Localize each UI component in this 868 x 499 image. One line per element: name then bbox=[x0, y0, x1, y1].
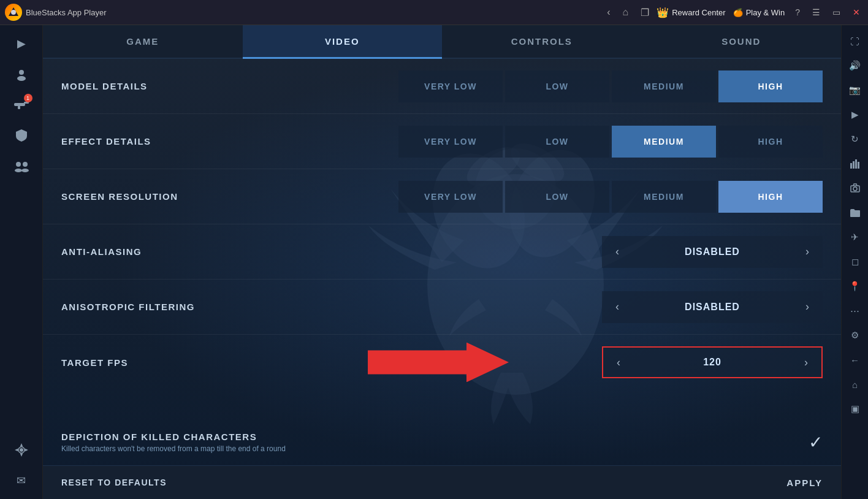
right-camera-btn[interactable]: 📷 bbox=[844, 79, 866, 101]
sidebar-team-btn[interactable] bbox=[8, 153, 35, 180]
checkmark-icon[interactable]: ✓ bbox=[809, 432, 823, 452]
tab-game[interactable]: GAME bbox=[43, 25, 243, 59]
app-logo bbox=[5, 4, 22, 21]
res-very-low-btn[interactable]: VERY LOW bbox=[398, 181, 503, 213]
svg-rect-22 bbox=[858, 162, 859, 169]
screen-resolution-controls: VERY LOW LOW MEDIUM HIGH bbox=[398, 181, 823, 213]
right-back-btn[interactable]: ← bbox=[844, 349, 866, 371]
sidebar-gun-btn[interactable] bbox=[8, 91, 35, 118]
svg-point-7 bbox=[16, 162, 21, 167]
model-low-btn[interactable]: LOW bbox=[505, 70, 609, 102]
nav-back-btn[interactable]: ‹ bbox=[603, 6, 614, 19]
content-area: GAME VIDEO CONTROLS SOUND MODEL DETAILS … bbox=[43, 25, 841, 499]
effect-low-btn[interactable]: LOW bbox=[505, 126, 609, 158]
effect-very-low-btn[interactable]: VERY LOW bbox=[398, 126, 503, 158]
tab-controls[interactable]: CONTROLS bbox=[442, 25, 642, 59]
effect-high-btn[interactable]: HIGH bbox=[718, 126, 823, 158]
effect-details-controls: VERY LOW LOW MEDIUM HIGH bbox=[398, 126, 823, 158]
tab-video[interactable]: VIDEO bbox=[243, 25, 443, 59]
right-rotate-btn[interactable]: ↻ bbox=[844, 128, 866, 150]
anisotropic-filtering-label: ANISOTROPIC FILTERING bbox=[61, 302, 294, 312]
play-win-label: Play & Win bbox=[746, 8, 785, 17]
right-folder-btn[interactable] bbox=[844, 202, 866, 224]
svg-point-3 bbox=[17, 76, 26, 81]
right-fps-btn[interactable] bbox=[844, 153, 866, 175]
res-high-btn[interactable]: HIGH bbox=[718, 181, 823, 213]
right-play-btn[interactable]: ▶ bbox=[844, 104, 866, 126]
svg-rect-4 bbox=[14, 103, 25, 106]
depiction-label: DEPICTION OF KILLED CHARACTERS Killed ch… bbox=[61, 432, 286, 453]
model-very-low-btn[interactable]: VERY LOW bbox=[398, 70, 503, 102]
reward-center-btn[interactable]: 👑 Reward Center bbox=[657, 7, 725, 18]
right-location-btn[interactable]: 📍 bbox=[844, 275, 866, 297]
app-title: BlueStacks App Player bbox=[26, 8, 600, 17]
right-home-btn[interactable]: ⌂ bbox=[844, 373, 866, 395]
anti-aliasing-prev-btn[interactable]: ‹ bbox=[602, 236, 633, 268]
depiction-row: DEPICTION OF KILLED CHARACTERS Killed ch… bbox=[43, 419, 841, 465]
nav-home-btn[interactable]: ⌂ bbox=[619, 6, 633, 19]
restore-btn[interactable]: ▭ bbox=[829, 6, 843, 18]
effect-medium-btn[interactable]: MEDIUM bbox=[612, 126, 716, 158]
svg-point-2 bbox=[19, 70, 24, 75]
reward-center-label: Reward Center bbox=[672, 8, 725, 17]
right-volume-btn[interactable]: 🔊 bbox=[844, 55, 866, 77]
anisotropic-next-btn[interactable]: › bbox=[792, 291, 823, 323]
svg-point-24 bbox=[853, 187, 857, 191]
title-bar: BlueStacks App Player ‹ ⌂ ❐ 👑 Reward Cen… bbox=[0, 0, 868, 25]
fire-icon: 🍊 bbox=[733, 8, 743, 17]
model-details-row: MODEL DETAILS VERY LOW LOW MEDIUM HIGH bbox=[43, 59, 841, 114]
titlebar-right: 👑 Reward Center 🍊 Play & Win ? ☰ ▭ ✕ bbox=[657, 6, 863, 18]
apply-btn[interactable]: APPLY bbox=[786, 478, 823, 488]
right-erase-btn[interactable]: ◻ bbox=[844, 251, 866, 273]
sidebar-shield-btn[interactable] bbox=[8, 122, 35, 149]
target-fps-row: TARGET FPS ‹ 120 › bbox=[43, 335, 841, 390]
nav-multi-btn[interactable]: ❐ bbox=[637, 6, 653, 20]
footer-bar: RESET TO DEFAULTS APPLY bbox=[43, 465, 841, 499]
right-airplane-btn[interactable]: ✈ bbox=[844, 226, 866, 248]
right-more-btn[interactable]: ⋯ bbox=[844, 300, 866, 322]
res-low-btn[interactable]: LOW bbox=[505, 181, 609, 213]
right-settings-btn[interactable]: ⚙ bbox=[844, 324, 866, 346]
target-fps-value: 120 bbox=[634, 357, 791, 368]
svg-point-10 bbox=[21, 169, 29, 172]
depiction-description: Killed characters won't be removed from … bbox=[61, 444, 286, 453]
sidebar-play-btn[interactable]: ▶ bbox=[8, 30, 35, 57]
model-details-controls: VERY LOW LOW MEDIUM HIGH bbox=[398, 70, 823, 102]
play-win-btn[interactable]: 🍊 Play & Win bbox=[733, 8, 785, 17]
right-screenshot-btn[interactable] bbox=[844, 177, 866, 199]
target-fps-label: TARGET FPS bbox=[61, 357, 294, 368]
depiction-title: DEPICTION OF KILLED CHARACTERS bbox=[61, 432, 286, 442]
window-nav: ‹ ⌂ ❐ bbox=[603, 6, 653, 20]
target-fps-next-btn[interactable]: › bbox=[791, 346, 821, 378]
close-btn[interactable]: ✕ bbox=[850, 6, 863, 18]
tab-sound[interactable]: SOUND bbox=[642, 25, 842, 59]
menu-btn[interactable]: ☰ bbox=[809, 6, 823, 18]
anisotropic-value: DISABLED bbox=[633, 302, 792, 313]
screen-resolution-label: SCREEN RESOLUTION bbox=[61, 191, 294, 202]
window-controls: ? ☰ ▭ ✕ bbox=[792, 6, 863, 18]
target-fps-control: ‹ 120 › bbox=[602, 346, 823, 378]
anisotropic-filtering-row: ANISOTROPIC FILTERING ‹ DISABLED › bbox=[43, 280, 841, 335]
svg-point-8 bbox=[15, 169, 22, 172]
right-sidebar: ⛶ 🔊 📷 ▶ ↻ ✈ ◻ 📍 ⋯ bbox=[841, 25, 868, 499]
right-fullscreen-btn[interactable]: ⛶ bbox=[844, 30, 866, 52]
svg-point-1 bbox=[11, 10, 16, 15]
anti-aliasing-row: ANTI-ALIASING ‹ DISABLED › bbox=[43, 224, 841, 280]
svg-point-9 bbox=[23, 162, 28, 167]
svg-rect-5 bbox=[24, 102, 29, 104]
res-medium-btn[interactable]: MEDIUM bbox=[612, 181, 716, 213]
anisotropic-prev-btn[interactable]: ‹ bbox=[602, 291, 633, 323]
anti-aliasing-next-btn[interactable]: › bbox=[792, 236, 823, 268]
right-recents-btn[interactable]: ▣ bbox=[844, 398, 866, 420]
help-btn[interactable]: ? bbox=[792, 6, 803, 18]
model-medium-btn[interactable]: MEDIUM bbox=[612, 70, 716, 102]
reset-defaults-btn[interactable]: RESET TO DEFAULTS bbox=[61, 478, 167, 487]
effect-details-label: EFFECT DETAILS bbox=[61, 136, 294, 147]
sidebar-profile-btn[interactable] bbox=[8, 61, 35, 88]
target-fps-prev-btn[interactable]: ‹ bbox=[603, 346, 634, 378]
screen-resolution-row: SCREEN RESOLUTION VERY LOW LOW MEDIUM HI… bbox=[43, 169, 841, 224]
anti-aliasing-control: ‹ DISABLED › bbox=[602, 236, 823, 268]
model-high-btn[interactable]: HIGH bbox=[718, 70, 823, 102]
sidebar-mail-btn[interactable]: ✉ bbox=[8, 467, 35, 494]
sidebar-settings-btn[interactable] bbox=[8, 436, 35, 463]
